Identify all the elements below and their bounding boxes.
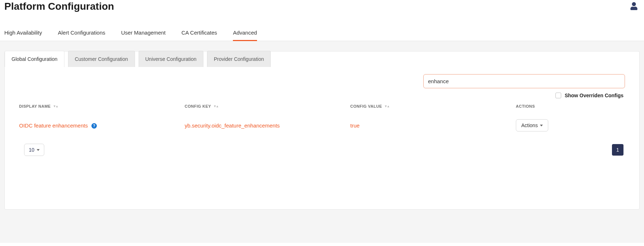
sort-icon: ▼▲ — [213, 104, 218, 108]
page-size-select[interactable]: 10 — [24, 144, 44, 156]
page-title: Platform Configuration — [4, 0, 114, 14]
subtab-universe-configuration[interactable]: Universe Configuration — [139, 51, 203, 67]
tab-advanced[interactable]: Advanced — [233, 24, 257, 41]
subtab-customer-configuration[interactable]: Customer Configuration — [68, 51, 135, 67]
config-card: Global Configuration Customer Configurat… — [4, 51, 640, 210]
col-display-name[interactable]: DISPLAY NAME ▼▲ — [19, 104, 185, 108]
col-config-value[interactable]: CONFIG VALUE ▼▲ — [350, 104, 516, 108]
page-button-1[interactable]: 1 — [612, 144, 623, 156]
tab-alert-configurations[interactable]: Alert Configurations — [58, 24, 105, 41]
col-config-key-label: CONFIG KEY — [185, 104, 211, 108]
row-actions-button[interactable]: Actions — [516, 119, 548, 131]
pagination: 1 — [612, 144, 625, 156]
tab-user-management[interactable]: User Management — [121, 24, 166, 41]
row-display-name[interactable]: OIDC feature enhancements — [19, 122, 88, 129]
col-actions: ACTIONS — [516, 104, 625, 108]
row-config-key: yb.security.oidc_feature_enhancements — [185, 122, 350, 129]
show-overridden-checkbox[interactable] — [555, 93, 561, 98]
col-display-name-label: DISPLAY NAME — [19, 104, 51, 108]
main-tabs: High Availability Alert Configurations U… — [0, 24, 644, 41]
search-input[interactable] — [423, 74, 625, 88]
col-config-key[interactable]: CONFIG KEY ▼▲ — [185, 104, 350, 108]
chevron-down-icon — [540, 125, 543, 126]
sort-icon: ▼▲ — [53, 104, 58, 108]
col-actions-label: ACTIONS — [516, 104, 535, 108]
table-row: OIDC feature enhancements ? yb.security.… — [19, 111, 625, 134]
row-config-value: true — [350, 122, 516, 129]
show-overridden-label: Show Overriden Configs — [565, 93, 623, 98]
tab-high-availability[interactable]: High Availability — [4, 24, 42, 41]
help-icon[interactable]: ? — [91, 123, 97, 129]
sub-tabs: Global Configuration Customer Configurat… — [5, 51, 639, 67]
subtab-global-configuration[interactable]: Global Configuration — [5, 51, 64, 67]
page-size-value: 10 — [29, 147, 35, 153]
subtab-provider-configuration[interactable]: Provider Configuration — [207, 51, 271, 67]
config-table: DISPLAY NAME ▼▲ CONFIG KEY ▼▲ CONFIG VAL… — [19, 102, 625, 134]
chevron-down-icon — [37, 149, 40, 151]
col-config-value-label: CONFIG VALUE — [350, 104, 382, 108]
user-icon[interactable] — [630, 2, 640, 12]
row-actions-label: Actions — [521, 122, 538, 128]
tab-ca-certificates[interactable]: CA Certificates — [181, 24, 217, 41]
sort-icon: ▼▲ — [384, 104, 389, 108]
